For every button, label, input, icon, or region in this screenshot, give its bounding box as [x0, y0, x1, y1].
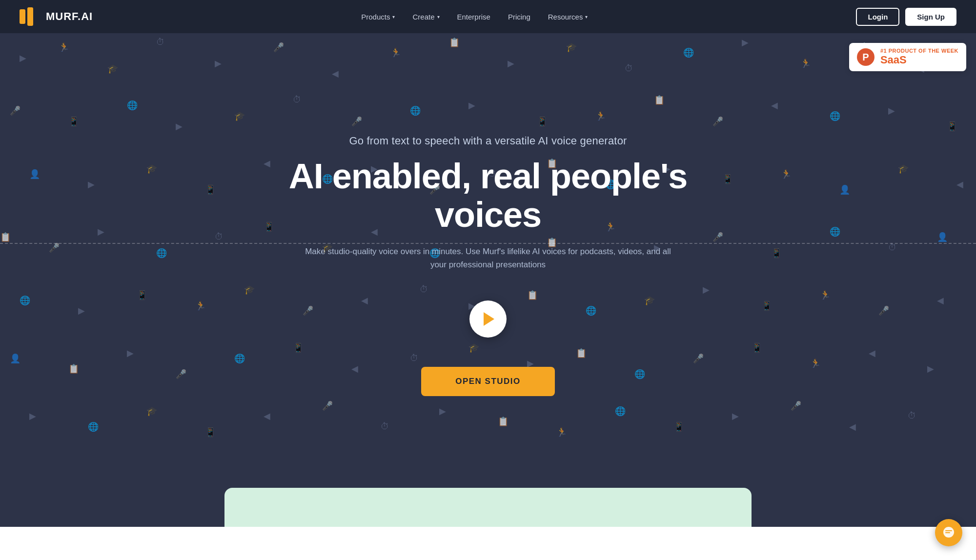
nav-enterprise[interactable]: Enterprise	[450, 9, 497, 25]
nav-links: Products ▾ Create ▾ Enterprise Pricing R…	[354, 9, 594, 25]
product-hunt-category: SaaS	[880, 54, 958, 66]
signup-button[interactable]: Sign Up	[905, 8, 956, 26]
svg-rect-0	[20, 9, 25, 24]
hero-description: Make studio-quality voice overs in minut…	[303, 245, 673, 271]
login-button[interactable]: Login	[856, 8, 899, 26]
hero-section: ▶ 🏃 🎓 ⏱ ▶ 🎤 ◀ 🏃 📋 ▶ 🎓 ⏱ 🌐 ▶ 🏃 📋 ◀ 🎤 📱 🌐 …	[0, 0, 976, 527]
hero-subtitle: Go from text to speech with a versatile …	[278, 135, 698, 147]
nav-actions: Login Sign Up	[856, 8, 956, 26]
product-hunt-text: #1 PRODUCT OF THE WEEK SaaS	[880, 48, 958, 66]
logo[interactable]: MURF.AI	[20, 7, 93, 26]
play-button[interactable]	[469, 300, 507, 338]
nav-pricing[interactable]: Pricing	[501, 9, 537, 25]
open-studio-button[interactable]: OPEN STUDIO	[421, 367, 555, 396]
svg-rect-1	[27, 7, 33, 26]
chat-icon	[942, 526, 956, 527]
nav-resources[interactable]: Resources ▾	[541, 9, 595, 25]
chevron-down-icon: ▾	[585, 14, 588, 20]
nav-products[interactable]: Products ▾	[354, 9, 402, 25]
hero-content: Go from text to speech with a versatile …	[268, 135, 708, 397]
hero-title: AI enabled, real people's voices	[278, 157, 698, 234]
product-hunt-logo: P	[857, 48, 874, 66]
nav-create[interactable]: Create ▾	[406, 9, 446, 25]
navbar: MURF.AI Products ▾ Create ▾ Enterprise P…	[0, 0, 976, 33]
play-button-wrapper	[278, 300, 698, 338]
bottom-section-preview	[224, 488, 752, 527]
product-hunt-label: #1 PRODUCT OF THE WEEK	[880, 48, 958, 54]
murf-logo-icon	[20, 7, 41, 26]
product-hunt-badge[interactable]: P #1 PRODUCT OF THE WEEK SaaS	[849, 43, 966, 71]
chevron-down-icon: ▾	[392, 14, 395, 20]
chevron-down-icon: ▾	[437, 14, 440, 20]
play-triangle-icon	[484, 312, 494, 326]
logo-text: MURF.AI	[46, 10, 93, 23]
